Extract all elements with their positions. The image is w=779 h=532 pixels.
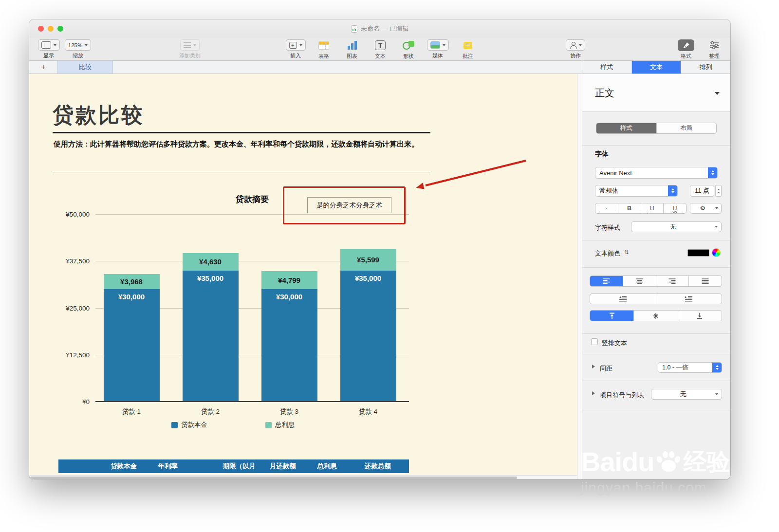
legend-swatch [265, 422, 272, 428]
vertical-text-checkbox[interactable] [591, 338, 598, 345]
valign-center-button[interactable] [634, 311, 678, 321]
add-sheet-button[interactable]: + [36, 61, 51, 73]
bar-segment-principal[interactable]: ¥30,000 [104, 289, 160, 402]
underline-button[interactable]: U [641, 203, 664, 213]
collaborate-label: 协作 [570, 52, 581, 59]
stepper-icon[interactable] [708, 167, 717, 178]
chart-bar[interactable]: ¥5,599¥35,000 [340, 249, 396, 402]
bar-segment-principal[interactable]: ¥35,000 [183, 271, 239, 402]
zoom-button[interactable] [57, 26, 63, 32]
minimize-button[interactable] [48, 26, 54, 32]
align-justify-button[interactable] [689, 276, 722, 286]
table-header-cell[interactable]: 总利息 [296, 462, 337, 471]
chart-button[interactable]: 图表 [340, 39, 364, 60]
media-button[interactable]: 媒体 [423, 39, 453, 59]
title-divider [53, 132, 430, 133]
font-size-field[interactable]: 11 点 [690, 185, 714, 197]
close-button[interactable] [38, 26, 44, 32]
tab-arrange[interactable]: 排列 [681, 61, 730, 73]
mode-style-button[interactable]: 样式 [596, 123, 657, 133]
chart-bar[interactable]: ¥3,968¥30,000 [104, 274, 160, 402]
spacing-select[interactable]: 1.0 - 一倍 [658, 362, 722, 373]
arrange-button[interactable]: 整理 [702, 39, 726, 60]
valign-bottom-button[interactable] [678, 311, 722, 321]
font-face-select[interactable]: 常规体 [595, 185, 678, 197]
text-color-swatch[interactable] [687, 249, 709, 257]
paintbrush-icon [678, 39, 694, 51]
bar-segment-interest[interactable]: ¥4,630 [183, 253, 239, 271]
advanced-text-options-button[interactable]: ⚙ [690, 203, 722, 214]
chevron-down-icon [579, 44, 582, 46]
vertical-scrollbar[interactable] [577, 74, 582, 479]
arrange-label: 整理 [709, 53, 720, 60]
view-button[interactable]: 显示 [37, 39, 60, 59]
chart-xtick-label: 贷款 2 [183, 407, 239, 416]
indent-button[interactable] [656, 294, 722, 304]
document-area: 贷款比较 使用方法：此计算器将帮助您评估多种贷款方案。更改本金、年利率和每个贷款… [29, 74, 582, 479]
legend-item[interactable]: 总利息 [265, 421, 295, 429]
bar-segment-interest[interactable]: ¥4,799 [261, 271, 317, 289]
text-button[interactable]: T 文本 [368, 39, 392, 60]
paragraph-style-selector[interactable]: 正文 [582, 74, 730, 112]
chart-bar[interactable]: ¥4,799¥30,000 [261, 271, 317, 402]
table-header-cell[interactable]: 月还款额 [256, 462, 296, 471]
chart-bar[interactable]: ¥4,630¥35,000 [183, 253, 239, 402]
scrollbar-thumb[interactable] [30, 477, 517, 479]
list-icon [184, 42, 191, 48]
chevron-down-icon [715, 207, 718, 209]
comment-note-icon [464, 42, 472, 49]
font-face-value: 常规体 [595, 186, 668, 195]
bullets-select[interactable]: 无 [651, 389, 722, 400]
format-button[interactable]: 格式 [674, 39, 698, 60]
bar-segment-interest[interactable]: ¥3,968 [104, 274, 160, 289]
table-button[interactable]: 表格 [312, 39, 336, 60]
valign-top-button[interactable] [590, 311, 634, 321]
table-header-cell[interactable]: 还款总额 [337, 462, 391, 471]
text-color-label: 文本颜色 [595, 249, 620, 258]
media-box [427, 39, 449, 51]
shape-label: 形状 [403, 53, 414, 60]
bar-segment-principal[interactable]: ¥30,000 [261, 289, 317, 402]
shape-button[interactable]: 形状 [396, 39, 421, 60]
table-header-cell[interactable]: 贷款本金 [58, 462, 137, 471]
align-left-button[interactable] [590, 276, 623, 286]
char-style-select[interactable]: 无 [631, 221, 722, 232]
chart-plot[interactable]: ¥0¥12,500¥25,000¥37,500¥50,000¥3,968¥30,… [95, 214, 409, 402]
disclosure-triangle-icon[interactable] [592, 391, 595, 395]
align-right-button[interactable] [656, 276, 689, 286]
outdent-button[interactable] [590, 294, 656, 304]
sheet-tab-comparison[interactable]: 比较 [57, 61, 113, 73]
tab-style[interactable]: 样式 [582, 61, 632, 73]
divider [582, 354, 730, 354]
legend-item[interactable]: 贷款本金 [171, 421, 207, 429]
chevron-down-icon [299, 44, 302, 46]
collaborate-button[interactable]: 协作 [561, 39, 590, 59]
paragraph-style-name: 正文 [595, 86, 614, 99]
bar-segment-principal[interactable]: ¥35,000 [340, 271, 396, 402]
mode-layout-button[interactable]: 布局 [657, 123, 717, 133]
document-description[interactable]: 使用方法：此计算器将帮助您评估多种贷款方案。更改本金、年利率和每个贷款期限，还款… [54, 139, 429, 150]
comment-button[interactable]: 批注 [456, 39, 480, 60]
add-category-box [180, 39, 200, 51]
bold-button[interactable]: B [618, 203, 641, 213]
font-size-value: 11 点 [690, 186, 714, 195]
stepper-icon[interactable] [668, 185, 677, 196]
font-family-select[interactable]: Avenir Next [595, 167, 718, 179]
align-center-button[interactable] [623, 276, 656, 286]
chart-ytick-label: ¥0 [29, 398, 90, 405]
wavy-underline-button[interactable]: U [664, 203, 686, 213]
emphasis-button[interactable]: · [595, 203, 618, 213]
tab-text[interactable]: 文本 [632, 61, 682, 73]
bar-segment-interest[interactable]: ¥5,599 [340, 249, 396, 270]
horizontal-scrollbar[interactable] [29, 475, 577, 479]
insert-button[interactable]: + 插入 [282, 39, 309, 59]
document-title[interactable]: 贷款比较 [53, 101, 144, 129]
zoom-menu-button[interactable]: 125% 缩放 [62, 39, 93, 59]
font-size-stepper[interactable] [715, 185, 722, 197]
table-header-cell[interactable]: 期限（以月 [178, 462, 256, 471]
color-wheel-button[interactable] [712, 248, 721, 257]
table-header-row[interactable]: 贷款本金 年利率 期限（以月 月还款额 总利息 还款总额 [58, 459, 409, 473]
stepper-icon[interactable] [712, 363, 722, 372]
table-header-cell[interactable]: 年利率 [137, 462, 178, 471]
disclosure-triangle-icon[interactable] [592, 365, 595, 368]
